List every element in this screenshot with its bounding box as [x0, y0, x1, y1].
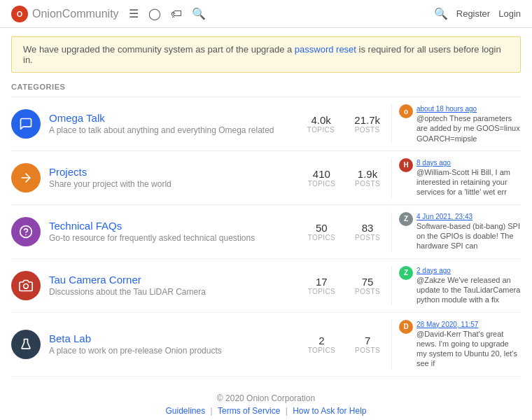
latest-avatar: D	[399, 320, 413, 334]
category-list: Omega Talk A place to talk about anythin…	[11, 97, 521, 377]
category-latest-omega-talk: o about 18 hours ago @optech These param…	[391, 104, 521, 144]
category-info-tau-camera-corner: Tau Camera Corner Discussions about the …	[49, 274, 308, 297]
latest-time-link[interactable]: 28 May 2020, 11:57	[416, 320, 521, 329]
category-desc-projects: Share your project with the world	[49, 179, 308, 189]
header-left: O OnionCommunity ☰ ◯ 🏷 🔍	[11, 6, 206, 22]
search-icon[interactable]: 🔍	[434, 7, 448, 20]
banner-text-before: We have upgraded the community system as…	[23, 44, 295, 55]
topics-label: TOPICS	[307, 126, 335, 134]
footer-copyright: © 2020 Onion Corporation	[0, 393, 532, 403]
search-icon-nav[interactable]: 🔍	[192, 7, 206, 20]
category-desc-tau-camera-corner: Discussions about the Tau LiDAR Camera	[49, 287, 308, 297]
latest-text: about 18 hours ago @optech These paramet…	[416, 104, 521, 144]
table-row: Omega Talk A place to talk about anythin…	[11, 97, 521, 151]
category-info-projects: Projects Share your project with the wor…	[49, 166, 308, 189]
category-name-technical-faqs[interactable]: Technical FAQs	[49, 220, 122, 232]
category-stats-projects: 410 TOPICS 1.9k POSTS	[308, 168, 380, 188]
latest-time-link[interactable]: 8 days ago	[416, 158, 521, 167]
footer-link[interactable]: How to Ask for Help	[293, 406, 366, 416]
footer-link[interactable]: Terms of Service	[218, 406, 280, 416]
latest-item: Z 2 days ago @Zakze We've released an up…	[399, 266, 521, 305]
password-reset-link[interactable]: password reset	[295, 44, 356, 55]
latest-item: Z 4 Jun 2021, 23:43 Software-based (bit-…	[399, 212, 521, 251]
category-icon-omega-talk	[11, 109, 41, 139]
latest-avatar: Z	[399, 266, 413, 280]
tag-icon[interactable]: 🏷	[171, 8, 182, 20]
table-row: Projects Share your project with the wor…	[11, 151, 521, 205]
latest-text: 28 May 2020, 11:57 @David-Kerr That's gr…	[416, 320, 521, 369]
header-right: 🔍 Register Login	[434, 7, 521, 20]
posts-count: 21.7k	[354, 114, 380, 126]
category-icon-tau-camera-corner	[11, 271, 41, 300]
latest-avatar: H	[399, 158, 413, 172]
posts-stat: 21.7k POSTS	[354, 114, 380, 134]
table-row: Beta Lab A place to work on pre-release …	[11, 313, 521, 377]
category-name-beta-lab[interactable]: Beta Lab	[49, 332, 91, 344]
register-link[interactable]: Register	[456, 8, 490, 19]
nav-icons: ☰ ◯ 🏷 🔍	[129, 7, 206, 20]
posts-label: POSTS	[354, 126, 380, 134]
topics-label: TOPICS	[308, 234, 335, 241]
posts-stat: 75 POSTS	[355, 276, 380, 295]
category-desc-omega-talk: A place to talk about anything and every…	[49, 125, 307, 135]
main-content: CATEGORIES Omega Talk A place to talk ab…	[0, 83, 532, 377]
posts-label: POSTS	[355, 346, 380, 354]
svg-point-3	[24, 284, 29, 288]
posts-count: 1.9k	[355, 168, 380, 180]
upgrade-banner: We have upgraded the community system as…	[11, 36, 521, 73]
posts-stat: 83 POSTS	[355, 222, 380, 241]
latest-time-link[interactable]: about 18 hours ago	[416, 104, 521, 113]
topics-count: 2	[308, 335, 335, 346]
category-latest-projects: H 8 days ago @William-Scott Hi Bill, I a…	[391, 158, 521, 197]
category-stats-technical-faqs: 50 TOPICS 83 POSTS	[308, 222, 380, 241]
posts-count: 83	[355, 222, 380, 234]
topics-stat: 17 TOPICS	[308, 276, 335, 295]
category-name-tau-camera-corner[interactable]: Tau Camera Corner	[49, 274, 141, 286]
logo-icon: O	[11, 6, 28, 22]
category-latest-technical-faqs: Z 4 Jun 2021, 23:43 Software-based (bit-…	[391, 212, 521, 251]
category-latest-tau-camera-corner: Z 2 days ago @Zakze We've released an up…	[391, 266, 521, 305]
menu-icon[interactable]: ☰	[129, 7, 139, 20]
topics-count: 410	[308, 168, 335, 180]
topics-stat: 4.0k TOPICS	[307, 114, 335, 134]
category-info-omega-talk: Omega Talk A place to talk about anythin…	[49, 112, 307, 135]
topics-count: 50	[308, 222, 335, 234]
topics-label: TOPICS	[308, 180, 335, 188]
category-latest-beta-lab: D 28 May 2020, 11:57 @David-Kerr That's …	[391, 320, 521, 369]
topics-stat: 50 TOPICS	[308, 222, 335, 241]
latest-item: o about 18 hours ago @optech These param…	[399, 104, 521, 144]
category-icon-technical-faqs	[11, 217, 41, 246]
category-icon-projects	[11, 163, 41, 192]
latest-time-link[interactable]: 2 days ago	[416, 266, 521, 275]
site-name: OnionCommunity	[32, 8, 119, 20]
category-info-technical-faqs: Technical FAQs Go-to resource for freque…	[49, 220, 308, 243]
login-link[interactable]: Login	[498, 8, 521, 19]
posts-count: 7	[355, 335, 380, 346]
latest-avatar: o	[399, 104, 413, 118]
posts-label: POSTS	[355, 180, 380, 188]
category-name-projects[interactable]: Projects	[49, 166, 87, 178]
posts-label: POSTS	[355, 234, 380, 241]
topics-stat: 410 TOPICS	[308, 168, 335, 188]
posts-label: POSTS	[355, 288, 380, 295]
latest-item: D 28 May 2020, 11:57 @David-Kerr That's …	[399, 320, 521, 369]
latest-text: 2 days ago @Zakze We've released an upda…	[416, 266, 521, 305]
footer: © 2020 Onion Corporation Guidelines | Te…	[0, 377, 532, 420]
categories-title: CATEGORIES	[11, 83, 521, 91]
topics-label: TOPICS	[308, 288, 335, 295]
category-desc-beta-lab: A place to work on pre-release Onion pro…	[49, 346, 308, 356]
logo[interactable]: O OnionCommunity	[11, 6, 119, 22]
table-row: Tau Camera Corner Discussions about the …	[11, 259, 521, 313]
category-info-beta-lab: Beta Lab A place to work on pre-release …	[49, 332, 308, 356]
latest-time-link[interactable]: 4 Jun 2021, 23:43	[416, 212, 521, 221]
category-icon-beta-lab	[11, 330, 41, 359]
footer-link[interactable]: Guidelines	[165, 406, 205, 416]
posts-count: 75	[355, 276, 380, 288]
circle-icon[interactable]: ◯	[148, 7, 161, 20]
latest-item: H 8 days ago @William-Scott Hi Bill, I a…	[399, 158, 521, 197]
header: O OnionCommunity ☰ ◯ 🏷 🔍 🔍 Register Logi…	[0, 0, 532, 28]
category-name-omega-talk[interactable]: Omega Talk	[49, 112, 105, 124]
topics-label: TOPICS	[308, 346, 335, 354]
table-row: Technical FAQs Go-to resource for freque…	[11, 205, 521, 259]
topics-count: 17	[308, 276, 335, 288]
